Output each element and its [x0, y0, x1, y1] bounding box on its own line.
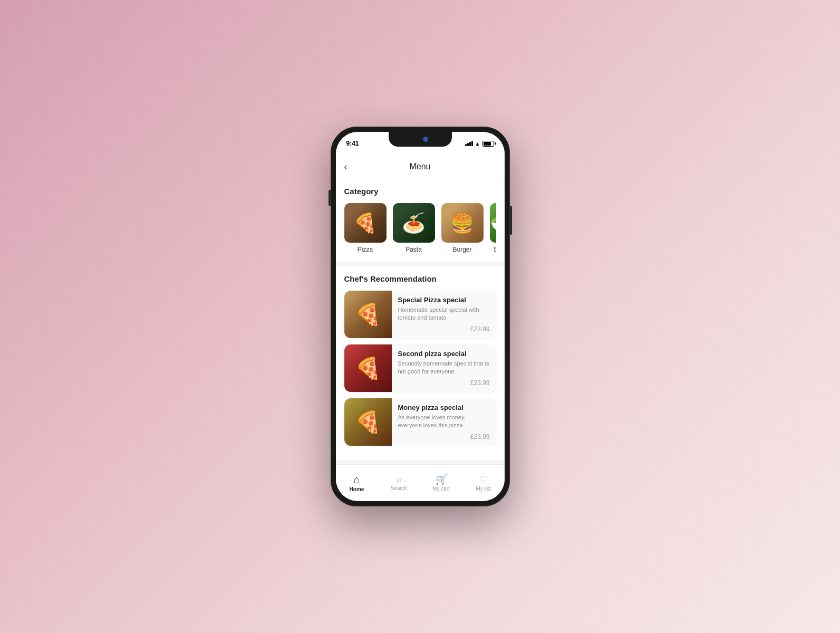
signal-bar-4 [471, 141, 473, 146]
nav-cart-label: My cart [432, 486, 450, 492]
pasta-img-bg [393, 203, 435, 243]
heart-icon: ♡ [479, 475, 488, 484]
signal-icon [465, 141, 473, 146]
menu-card-2-desc: Secondly homemade special that is not go… [398, 360, 490, 377]
menu-card-3-price: £23.99 [398, 433, 490, 440]
phone-screen: 9:41 ▲ ‹ Menu [336, 132, 505, 501]
nav-list[interactable]: ♡ My list [462, 471, 505, 496]
signal-bar-2 [467, 143, 469, 146]
status-bar: 9:41 ▲ [336, 132, 505, 155]
search-icon: ⌕ [397, 475, 402, 484]
category-pizza[interactable]: Pizza [344, 203, 387, 253]
burger-img-bg [441, 203, 484, 243]
home-icon: ⌂ [353, 474, 360, 485]
battery-icon [482, 141, 494, 147]
nav-search[interactable]: ⌕ Search [378, 471, 420, 495]
salad-label: Salad [494, 246, 496, 253]
pizza-label: Pizza [358, 246, 373, 253]
menu-card-1-name: Special Pizza special [398, 296, 490, 304]
category-section: Category Pizza Pasta [336, 178, 505, 262]
category-burger[interactable]: Burger [441, 203, 484, 253]
menu-card-3-body: Money pizza special As everyone loves mo… [392, 398, 496, 446]
pasta-label: Pasta [405, 246, 422, 253]
category-title: Category [344, 187, 496, 196]
recommendations-title: Chef's Recommendation [344, 274, 496, 283]
menu-card-1-desc: Homemade special special with tomato and… [398, 306, 490, 323]
pasta-image [393, 203, 435, 243]
menu-card-2-image: 🍕 [344, 344, 392, 392]
nav-list-label: My list [476, 486, 490, 492]
menu-card-1[interactable]: 🍕 Special Pizza special Homemade special… [344, 291, 496, 338]
recommendations-section: Chef's Recommendation 🍕 Special Pizza sp… [336, 266, 505, 461]
back-button[interactable]: ‹ [344, 162, 347, 171]
volume-button [329, 190, 331, 206]
content-area: Category Pizza Pasta [336, 178, 505, 464]
burger-image [441, 203, 484, 243]
cart-icon: 🛒 [436, 475, 447, 484]
category-scroll: Pizza Pasta Burger [344, 203, 496, 253]
battery-fill [484, 142, 491, 146]
camera [423, 137, 428, 142]
salad-image: 🥗 [490, 203, 496, 243]
category-salad[interactable]: 🥗 Salad [490, 203, 496, 253]
menu-card-3[interactable]: 🍕 Money pizza special As everyone loves … [344, 398, 496, 446]
power-button [510, 206, 512, 235]
menu-card-1-body: Special Pizza special Homemade special s… [392, 291, 496, 338]
menu-card-1-price: £23.99 [398, 325, 490, 333]
bottom-nav: ⌂ Home ⌕ Search 🛒 My cart ♡ My list [336, 464, 505, 501]
nav-home-label: Home [350, 486, 364, 492]
header-title: Menu [409, 162, 430, 171]
menu-card-1-image: 🍕 [344, 291, 392, 338]
pizza-image [344, 203, 387, 243]
menu-card-2-body: Second pizza special Secondly homemade s… [392, 344, 496, 392]
status-time: 9:41 [346, 140, 359, 147]
phone-frame: 9:41 ▲ ‹ Menu [331, 127, 510, 506]
menu-card-2-price: £23.99 [398, 379, 490, 387]
nav-cart[interactable]: 🛒 My cart [420, 471, 462, 496]
nav-search-label: Search [391, 485, 408, 491]
signal-bar-3 [469, 142, 471, 146]
notch [389, 132, 452, 147]
menu-card-2[interactable]: 🍕 Second pizza special Secondly homemade… [344, 344, 496, 392]
menu-card-3-image: 🍕 [344, 398, 392, 446]
pizza-img-bg [344, 203, 387, 243]
app-header: ‹ Menu [336, 155, 505, 178]
menu-card-3-name: Money pizza special [398, 404, 490, 411]
nav-home[interactable]: ⌂ Home [336, 470, 378, 496]
category-pasta[interactable]: Pasta [393, 203, 435, 253]
menu-card-3-desc: As everyone loves money, everyone loves … [398, 414, 490, 431]
signal-bar-1 [465, 144, 467, 146]
status-icons: ▲ [465, 141, 494, 147]
menu-card-2-name: Second pizza special [398, 350, 490, 358]
wifi-icon: ▲ [475, 141, 480, 147]
burger-label: Burger [452, 246, 471, 253]
